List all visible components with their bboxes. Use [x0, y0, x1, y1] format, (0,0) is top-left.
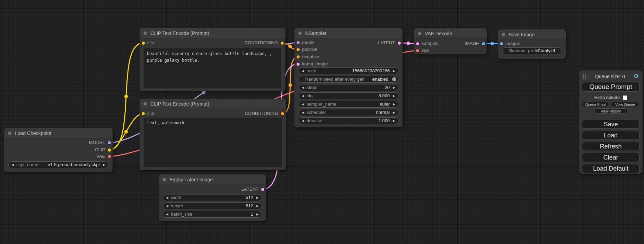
input-slot-icon[interactable]	[297, 48, 300, 51]
node-vae-decode[interactable]: VAE DecodesamplesvaeIMAGE	[414, 28, 487, 54]
output-port-model[interactable]: MODEL	[47, 139, 113, 146]
increment-arrow-icon[interactable]: ▶	[256, 211, 259, 217]
decrement-arrow-icon[interactable]: ◀	[302, 118, 304, 124]
drag-handle-icon[interactable]	[583, 74, 586, 79]
node-titlebar[interactable]: VAE Decode	[414, 28, 487, 39]
decrement-arrow-icon[interactable]: ◀	[302, 93, 304, 99]
node-titlebar[interactable]: CLIP Text Encode (Prompt)	[140, 28, 285, 38]
decrement-arrow-icon[interactable]: ◀	[166, 195, 168, 201]
widget-width[interactable]: ◀▶width512	[163, 194, 262, 201]
widget-scheduler[interactable]: ◀▶schedulernormal	[299, 109, 398, 116]
widget-cfg[interactable]: ◀▶cfg8.000	[299, 92, 398, 99]
decrement-arrow-icon[interactable]: ◀	[302, 109, 304, 116]
output-slot-icon[interactable]	[108, 155, 111, 158]
output-slot-icon[interactable]	[108, 148, 111, 152]
output-slot-icon[interactable]	[261, 188, 264, 191]
output-port-clip[interactable]: CLIP	[47, 146, 113, 153]
increment-arrow-icon[interactable]: ▶	[393, 101, 395, 107]
widget-sampler-name[interactable]: ◀▶sampler_nameeuler	[299, 101, 398, 108]
node-titlebar[interactable]: Load Checkpoint	[4, 128, 113, 138]
input-slot-icon[interactable]	[297, 63, 300, 66]
collapse-dot-icon[interactable]	[298, 31, 302, 35]
increment-arrow-icon[interactable]: ▶	[393, 118, 395, 124]
increment-arrow-icon[interactable]: ▶	[393, 84, 395, 91]
output-slot-icon[interactable]	[482, 42, 485, 45]
node-save-image[interactable]: Save Imageimagesfilename_prefixComfyUI	[498, 29, 566, 59]
queue-panel[interactable]: Queue size: 0 ⚙ Queue Prompt Extra optio…	[579, 70, 643, 174]
collapse-dot-icon[interactable]	[418, 32, 421, 35]
node-titlebar[interactable]: CLIP Text Encode (Prompt)	[140, 99, 286, 109]
comfyui-canvas[interactable]: { "canvas": {"width": 1859, "height": 70…	[0, 0, 644, 244]
gear-icon[interactable]: ⚙	[634, 74, 639, 79]
load-default-button[interactable]: Load Default	[582, 164, 639, 173]
output-port-latent[interactable]: LATENT	[202, 186, 266, 193]
save-button[interactable]: Save	[582, 120, 639, 129]
prompt-textarea[interactable]: beautiful scenery nature glass bottle la…	[144, 48, 281, 88]
clear-button[interactable]: Clear	[582, 153, 639, 162]
decrement-arrow-icon[interactable]: ◀	[11, 162, 14, 168]
input-slot-icon[interactable]	[142, 112, 145, 115]
output-port-image[interactable]: IMAGE	[443, 40, 487, 47]
input-slot-icon[interactable]	[297, 41, 300, 44]
output-port-latent[interactable]: LATENT	[338, 39, 403, 46]
node-titlebar[interactable]: KSampler	[294, 28, 403, 38]
decrement-arrow-icon[interactable]: ◀	[302, 68, 304, 74]
collapse-dot-icon[interactable]	[143, 102, 147, 106]
view-queue-button[interactable]: View Queue	[611, 102, 639, 107]
input-port-images[interactable]: images	[498, 40, 539, 47]
decrement-arrow-icon[interactable]: ◀	[302, 101, 304, 107]
view-history-button[interactable]: View History	[594, 108, 627, 114]
increment-arrow-icon[interactable]: ▶	[393, 109, 395, 116]
increment-arrow-icon[interactable]: ▶	[256, 195, 259, 201]
widget-ckpt-name[interactable]: ◀▶ckpt_namev1-5-pruned-emaonly.ckpt	[8, 161, 108, 168]
decrement-arrow-icon[interactable]: ◀	[166, 203, 168, 209]
node-clip-text-encode-negative[interactable]: CLIP Text Encode (Prompt)clipCONDITIONIN…	[140, 99, 286, 170]
collapse-dot-icon[interactable]	[8, 132, 11, 135]
increment-arrow-icon[interactable]: ▶	[393, 93, 395, 99]
output-slot-icon[interactable]	[108, 141, 111, 144]
output-slot-icon[interactable]	[398, 42, 401, 45]
increment-arrow-icon[interactable]: ▶	[103, 162, 105, 168]
widget-filename-prefix[interactable]: filename_prefixComfyUI	[502, 47, 562, 54]
increment-arrow-icon[interactable]: ▶	[256, 203, 259, 209]
collapse-dot-icon[interactable]	[162, 178, 166, 181]
input-slot-icon[interactable]	[416, 42, 419, 45]
widget-batch-size[interactable]: ◀▶batch_size1	[163, 211, 262, 218]
input-port-latent_image[interactable]: latent_image	[294, 61, 359, 67]
collapse-dot-icon[interactable]	[502, 33, 505, 36]
input-slot-icon[interactable]	[297, 55, 300, 58]
input-port-negative[interactable]: negative	[294, 53, 359, 60]
output-slot-icon[interactable]	[281, 42, 284, 45]
input-slot-icon[interactable]	[500, 42, 503, 45]
node-ksampler[interactable]: KSamplermodelpositivenegativelatent_imag…	[294, 28, 403, 127]
collapse-dot-icon[interactable]	[143, 31, 147, 35]
queue-prompt-button[interactable]: Queue Prompt	[582, 82, 639, 92]
decrement-arrow-icon[interactable]: ◀	[166, 211, 168, 217]
input-port-vae[interactable]: vae	[414, 47, 458, 54]
widget-random-seed-after-every-gen[interactable]: Random seed after every genenabled	[299, 76, 398, 83]
output-port-conditioning[interactable]: CONDITIONING	[198, 39, 285, 46]
node-titlebar[interactable]: Save Image	[498, 29, 566, 40]
widget-denoise[interactable]: ◀▶denoise1.000	[299, 117, 398, 124]
load-button[interactable]: Load	[582, 131, 639, 140]
widget-height[interactable]: ◀▶height512	[163, 202, 262, 209]
extra-options-checkbox[interactable]	[623, 96, 627, 100]
widget-steps[interactable]: ◀▶steps20	[299, 84, 398, 91]
input-slot-icon[interactable]	[142, 42, 145, 45]
widget-seed[interactable]: ◀▶seed156680208700286	[299, 67, 398, 74]
node-titlebar[interactable]: Empty Latent Image	[159, 174, 266, 185]
output-slot-icon[interactable]	[281, 112, 284, 115]
node-empty-latent-image[interactable]: Empty Latent ImageLATENT◀▶width512◀▶heig…	[159, 174, 266, 221]
input-port-positive[interactable]: positive	[294, 46, 359, 53]
node-load-checkpoint[interactable]: Load CheckpointMODELCLIPVAE◀▶ckpt_namev1…	[4, 128, 113, 172]
prompt-textarea[interactable]: text, watermark	[144, 118, 282, 167]
refresh-button[interactable]: Refresh	[582, 142, 639, 151]
queue-front-button[interactable]: Queue Front	[582, 102, 609, 107]
input-slot-icon[interactable]	[416, 49, 419, 52]
increment-arrow-icon[interactable]: ▶	[393, 68, 395, 74]
toggle-on-icon[interactable]	[392, 77, 396, 81]
output-port-conditioning[interactable]: CONDITIONING	[198, 110, 286, 117]
node-clip-text-encode-positive[interactable]: CLIP Text Encode (Prompt)clipCONDITIONIN…	[140, 28, 285, 91]
output-port-vae[interactable]: VAE	[47, 153, 113, 160]
decrement-arrow-icon[interactable]: ◀	[302, 84, 304, 91]
